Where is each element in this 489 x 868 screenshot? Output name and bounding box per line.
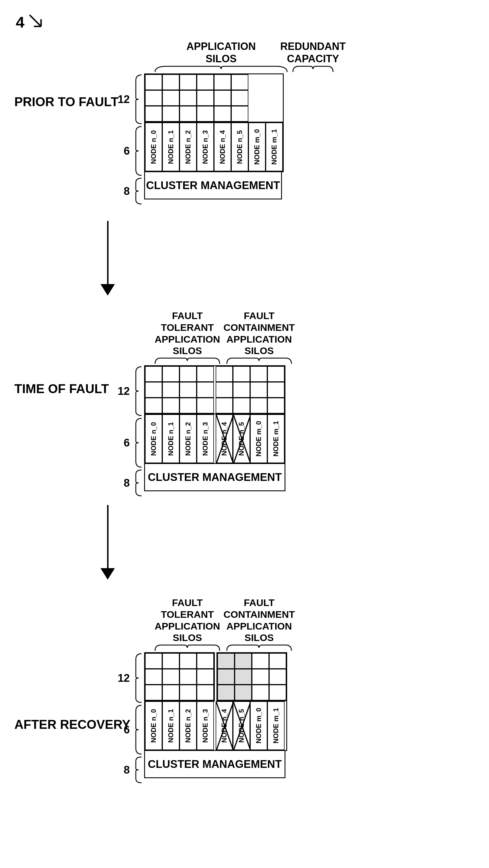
node-n3-label-1: NODE n_3 bbox=[201, 130, 209, 164]
cell bbox=[250, 398, 267, 413]
grid-row-3a-right bbox=[218, 653, 286, 669]
cell bbox=[179, 366, 197, 382]
node-n0-label-1: NODE n_0 bbox=[150, 130, 157, 164]
cell bbox=[197, 653, 214, 669]
node-n0-label-3: NODE n_0 bbox=[150, 709, 157, 743]
cell bbox=[197, 382, 214, 398]
cell bbox=[215, 398, 233, 413]
cluster-mgmt-3: CLUSTER MANAGEMENT bbox=[144, 751, 285, 778]
node-n3-label-3: NODE n_3 bbox=[201, 709, 209, 743]
svg-line-0 bbox=[30, 15, 41, 26]
cell bbox=[231, 90, 248, 106]
cell-empty bbox=[235, 685, 252, 701]
cell bbox=[179, 685, 197, 701]
fault-tolerant-brace-3 bbox=[152, 644, 223, 652]
cell bbox=[145, 74, 162, 90]
cell bbox=[197, 685, 214, 701]
label-8-1: 8 bbox=[115, 177, 132, 206]
cluster-mgmt-1: CLUSTER MANAGEMENT bbox=[144, 172, 282, 199]
fault-tolerant-label: FAULTTOLERANTAPPLICATIONSILOS bbox=[155, 310, 220, 357]
node-label-row-3: NODE n_0 NODE n_1 NODE n_2 NODE n_3 bbox=[144, 701, 287, 751]
node-n1-label-3: NODE n_1 bbox=[167, 709, 175, 743]
grid-row-2b bbox=[145, 382, 285, 398]
label-8-2: 8 bbox=[115, 469, 132, 497]
node-n3-1: NODE n_3 bbox=[197, 123, 214, 171]
cell bbox=[197, 366, 214, 382]
cell bbox=[162, 366, 179, 382]
fault-tolerant-brace bbox=[152, 357, 223, 365]
node-n4-1: NODE n_4 bbox=[214, 123, 231, 171]
node-n1-label-2: NODE n_1 bbox=[167, 422, 175, 456]
brace-12-2 bbox=[134, 365, 143, 417]
grid-row-2a bbox=[145, 366, 285, 382]
left-braces-3 bbox=[134, 652, 143, 784]
arrow-head-1 bbox=[100, 284, 115, 296]
left-labels-1: 12 6 8 bbox=[115, 73, 132, 206]
time-of-fault-label: TIME OF FAULT bbox=[15, 382, 109, 396]
left-braces-2 bbox=[134, 365, 143, 497]
cell bbox=[197, 106, 214, 122]
node-n2-2: NODE n_2 bbox=[179, 414, 197, 463]
redundant-cap-header: REDUNDANTCAPACITY bbox=[290, 40, 336, 73]
page-container: 4 APPLICATIONSILOS REDUNDANTCAPACITY bbox=[0, 0, 489, 868]
cell-empty bbox=[235, 669, 252, 685]
grid-row-1b bbox=[145, 90, 283, 106]
cell-empty bbox=[235, 653, 252, 669]
header-row-2: FAULTTOLERANTAPPLICATIONSILOS FAULTCONTA… bbox=[152, 310, 459, 365]
after-recovery-label: AFTER RECOVERY bbox=[15, 717, 131, 732]
cluster-mgmt-label-1: CLUSTER MANAGEMENT bbox=[146, 179, 280, 192]
node-n3-label-2: NODE n_3 bbox=[201, 422, 209, 456]
top-grids-3-wrapper bbox=[144, 652, 287, 701]
node-n0-1: NODE n_0 bbox=[145, 123, 162, 171]
label-6-2: 6 bbox=[115, 417, 132, 469]
node-n4-label-1: NODE n_4 bbox=[219, 130, 227, 164]
label-8-3: 8 bbox=[115, 755, 132, 784]
node-n2-3: NODE n_2 bbox=[179, 701, 197, 750]
node-n2-label-3: NODE n_2 bbox=[184, 709, 192, 743]
app-silos-label: APPLICATIONSILOS bbox=[186, 40, 256, 65]
label-12-3: 12 bbox=[115, 652, 132, 704]
node-m1-3: NODE m_1 bbox=[267, 701, 285, 750]
brace-12-3 bbox=[134, 652, 143, 704]
node-n1-2: NODE n_1 bbox=[162, 414, 179, 463]
brace-8-3 bbox=[134, 755, 143, 784]
node-n0-label-2: NODE n_0 bbox=[150, 422, 157, 456]
cell-empty bbox=[218, 669, 235, 685]
fault-tolerant-header: FAULTTOLERANTAPPLICATIONSILOS bbox=[152, 310, 223, 365]
node-m0-1: NODE m_0 bbox=[248, 123, 266, 171]
fault-containment-label-3: FAULTCONTAINMENTAPPLICATIONSILOS bbox=[223, 597, 295, 644]
node-m1-label-3: NODE m_1 bbox=[272, 708, 280, 743]
cell bbox=[231, 74, 248, 90]
brace-6-1 bbox=[134, 125, 143, 177]
node-m0-2: NODE m_0 bbox=[250, 414, 267, 463]
node-n0-3: NODE n_0 bbox=[145, 701, 162, 750]
cell-empty bbox=[218, 653, 235, 669]
cell bbox=[252, 669, 269, 685]
fault-x-n4-3 bbox=[216, 702, 232, 749]
main-grid-2: NODE n_0 NODE n_1 NODE n_2 NODE n_3 bbox=[144, 365, 285, 497]
diagram-prior-to-fault: APPLICATIONSILOS REDUNDANTCAPACITY 12 6 … bbox=[115, 40, 459, 206]
cell bbox=[145, 653, 162, 669]
node-n3-3: NODE n_3 bbox=[197, 701, 214, 750]
cell bbox=[145, 685, 162, 701]
fault-containment-header: FAULTCONTAINMENTAPPLICATIONSILOS bbox=[224, 310, 294, 365]
node-n1-1: NODE n_1 bbox=[162, 123, 179, 171]
node-n5-2-faulty: NODE n_5 bbox=[233, 414, 250, 463]
grid-row-1c bbox=[145, 106, 283, 122]
cell bbox=[233, 382, 250, 398]
arrow-shaft-2 bbox=[107, 505, 109, 568]
brace-8-2 bbox=[134, 469, 143, 497]
brace-8-1 bbox=[134, 177, 143, 206]
fault-containment-header-3: FAULTCONTAINMENTAPPLICATIONSILOS bbox=[224, 597, 294, 652]
brace-6-2 bbox=[134, 417, 143, 469]
main-grid-1: NODE n_0 NODE n_1 NODE n_2 NODE n_3 NODE… bbox=[144, 73, 284, 206]
cell bbox=[162, 398, 179, 413]
node-m0-label-2: NODE m_0 bbox=[255, 421, 263, 457]
app-silos-header: APPLICATIONSILOS bbox=[152, 40, 290, 73]
cell bbox=[145, 669, 162, 685]
cell bbox=[179, 669, 197, 685]
cell bbox=[252, 653, 269, 669]
fault-tolerant-header-3: FAULTTOLERANTAPPLICATIONSILOS bbox=[152, 597, 223, 652]
node-n1-label-1: NODE n_1 bbox=[167, 130, 175, 164]
cell bbox=[267, 366, 285, 382]
